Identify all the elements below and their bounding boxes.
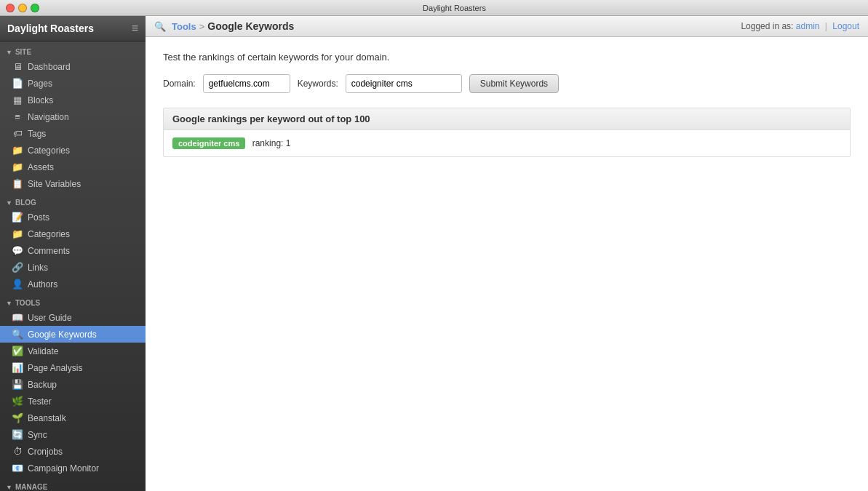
sidebar-item-label: Site Variables: [28, 179, 81, 189]
sidebar-item-categories-blog[interactable]: 📁 Categories: [0, 225, 146, 242]
keywords-label: Keywords:: [298, 79, 338, 89]
app-name: Daylight Roasters: [7, 23, 94, 34]
blocks-icon: ▦: [12, 95, 23, 105]
sidebar-item-label: Posts: [28, 212, 49, 223]
topbar: 🔍 Tools > Google Keywords Logged in as: …: [146, 16, 868, 37]
results-section: Google rankings per keyword out of top 1…: [163, 108, 851, 157]
sidebar-item-label: Categories: [28, 145, 70, 156]
sidebar: Daylight Roasters ≡ ▼ SITE 🖥 Dashboard 📄…: [0, 16, 146, 491]
tester-icon: 🌿: [12, 396, 23, 407]
sidebar-item-assets[interactable]: 📁 Assets: [0, 159, 146, 175]
page-description: Test the rankings of certain keywords fo…: [163, 52, 851, 63]
sidebar-item-campaign-monitor[interactable]: 📧 Campaign Monitor: [0, 460, 146, 476]
sidebar-item-navigation[interactable]: ≡ Navigation: [0, 108, 146, 125]
sidebar-item-label: Pages: [28, 79, 52, 89]
section-manage-label: MANAGE: [15, 483, 47, 491]
sidebar-item-dashboard[interactable]: 🖥 Dashboard: [0, 58, 146, 75]
user-guide-icon: 📖: [12, 312, 23, 323]
logout-link[interactable]: Logout: [832, 21, 859, 31]
breadcrumb: 🔍 Tools > Google Keywords: [154, 20, 294, 32]
sidebar-item-label: Google Keywords: [28, 330, 97, 340]
sidebar-item-label: Categories: [28, 229, 70, 239]
sidebar-item-label: Cronjobs: [28, 447, 63, 457]
sidebar-item-validate[interactable]: ✅ Validate: [0, 343, 146, 359]
window-controls: [6, 4, 39, 12]
sidebar-item-label: Navigation: [28, 112, 69, 122]
beanstalk-icon: 🌱: [12, 412, 23, 423]
sidebar-item-label: Authors: [28, 279, 57, 290]
campaign-monitor-icon: 📧: [12, 463, 23, 474]
minimize-button[interactable]: [18, 4, 27, 12]
username-link[interactable]: admin: [796, 21, 820, 31]
keyword-form: Domain: Keywords: Submit Keywords: [163, 74, 851, 93]
sidebar-item-links[interactable]: 🔗 Links: [0, 259, 146, 276]
pipe-separator: |: [825, 21, 827, 31]
sidebar-item-label: Dashboard: [28, 62, 71, 72]
links-icon: 🔗: [12, 262, 23, 273]
sidebar-item-label: Campaign Monitor: [28, 463, 99, 474]
sidebar-item-label: Page Analysis: [28, 363, 82, 373]
assets-icon: 📁: [12, 161, 23, 172]
site-variables-icon: 📋: [12, 178, 23, 189]
sidebar-item-backup[interactable]: 💾 Backup: [0, 376, 146, 393]
app-container: Daylight Roasters ≡ ▼ SITE 🖥 Dashboard 📄…: [0, 16, 868, 491]
categories-blog-icon: 📁: [12, 228, 23, 239]
dashboard-icon: 🖥: [12, 61, 23, 72]
cronjobs-icon: ⏱: [12, 446, 23, 457]
sidebar-item-pages[interactable]: 📄 Pages: [0, 75, 146, 92]
tools-link[interactable]: Tools: [172, 21, 196, 32]
sidebar-item-label: Assets: [28, 162, 54, 172]
sidebar-item-blocks[interactable]: ▦ Blocks: [0, 92, 146, 108]
menu-icon[interactable]: ≡: [132, 22, 138, 35]
sidebar-item-label: Backup: [28, 380, 57, 390]
sync-icon: 🔄: [12, 429, 23, 440]
sidebar-item-label: Comments: [28, 246, 70, 256]
page-analysis-icon: 📊: [12, 362, 23, 373]
domain-input[interactable]: [203, 74, 290, 93]
logged-in-text: Logged in as:: [741, 21, 793, 31]
section-blog: ▼ BLOG: [0, 195, 146, 209]
submit-keywords-button[interactable]: Submit Keywords: [469, 74, 559, 93]
sidebar-item-page-analysis[interactable]: 📊 Page Analysis: [0, 359, 146, 376]
sidebar-item-label: Validate: [28, 346, 58, 356]
results-header: Google rankings per keyword out of top 1…: [164, 108, 850, 130]
sidebar-item-label: Sync: [28, 430, 47, 440]
sidebar-item-beanstalk[interactable]: 🌱 Beanstalk: [0, 410, 146, 426]
section-site-label: SITE: [15, 48, 31, 56]
pages-icon: 📄: [12, 78, 23, 89]
section-blog-label: BLOG: [15, 199, 36, 207]
section-tools-label: TOOLS: [15, 299, 40, 307]
sidebar-item-label: Tester: [28, 396, 52, 407]
sidebar-item-google-keywords[interactable]: 🔍 Google Keywords: [0, 326, 146, 343]
section-manage: ▼ MANAGE: [0, 479, 146, 491]
sidebar-item-tags[interactable]: 🏷 Tags: [0, 125, 146, 142]
validate-icon: ✅: [12, 346, 23, 356]
sidebar-item-cronjobs[interactable]: ⏱ Cronjobs: [0, 443, 146, 460]
close-button[interactable]: [6, 4, 15, 12]
categories-icon: 📁: [12, 145, 23, 156]
sidebar-item-posts[interactable]: 📝 Posts: [0, 209, 146, 225]
main-area: 🔍 Tools > Google Keywords Logged in as: …: [146, 16, 868, 491]
sidebar-item-tester[interactable]: 🌿 Tester: [0, 393, 146, 410]
topbar-right: Logged in as: admin | Logout: [741, 21, 859, 31]
arrow-icon: ▼: [6, 199, 12, 207]
content-area: Test the rankings of certain keywords fo…: [146, 37, 868, 491]
arrow-icon: ▼: [6, 484, 12, 491]
sidebar-item-label: Blocks: [28, 95, 53, 105]
keywords-input[interactable]: [346, 74, 462, 93]
breadcrumb-icon: 🔍: [154, 21, 166, 32]
current-page-title: Google Keywords: [207, 20, 294, 32]
sidebar-item-user-guide[interactable]: 📖 User Guide: [0, 309, 146, 326]
posts-icon: 📝: [12, 212, 23, 223]
sidebar-item-label: Beanstalk: [28, 413, 66, 423]
sidebar-item-categories-site[interactable]: 📁 Categories: [0, 142, 146, 159]
sidebar-item-sync[interactable]: 🔄 Sync: [0, 426, 146, 443]
sidebar-item-comments[interactable]: 💬 Comments: [0, 242, 146, 259]
sidebar-header: Daylight Roasters ≡: [0, 16, 146, 41]
google-keywords-icon: 🔍: [12, 329, 23, 340]
tags-icon: 🏷: [12, 128, 23, 139]
maximize-button[interactable]: [31, 4, 39, 12]
sidebar-item-authors[interactable]: 👤 Authors: [0, 276, 146, 292]
sidebar-item-label: User Guide: [28, 313, 72, 323]
sidebar-item-site-variables[interactable]: 📋 Site Variables: [0, 175, 146, 192]
